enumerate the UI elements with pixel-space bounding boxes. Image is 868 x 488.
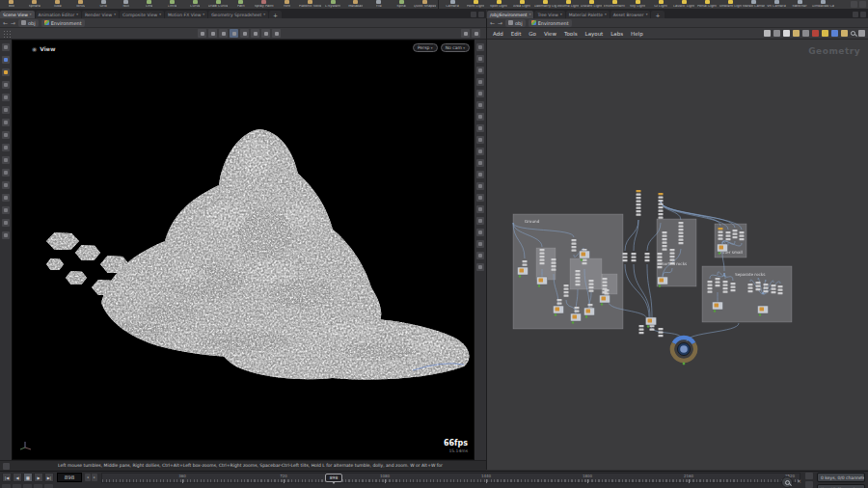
parameter-badge[interactable] [719, 238, 723, 240]
parameter-badge[interactable] [679, 222, 684, 224]
shelf-tool-spray-paint[interactable]: Spray Paint [253, 0, 276, 9]
parameter-badge[interactable] [572, 246, 577, 248]
parameter-badge[interactable] [575, 311, 580, 312]
parameter-badge[interactable] [663, 249, 667, 251]
display-toggle-icon[interactable] [476, 194, 484, 202]
shelf-arrow-icon[interactable] [859, 1, 866, 8]
parameter-badge[interactable] [719, 231, 723, 233]
snap-icon[interactable] [219, 29, 228, 38]
shelf-tool-draw-curve[interactable]: Draw Curve [206, 0, 230, 9]
parameter-badge[interactable] [723, 281, 728, 283]
parameter-badge[interactable] [708, 285, 713, 286]
parameter-badge[interactable] [645, 253, 650, 255]
back-arrow-icon[interactable]: ← [490, 19, 495, 27]
parameter-badge[interactable] [726, 235, 731, 237]
projection-menu[interactable]: Persp ▾ [413, 43, 438, 52]
go-end-button[interactable]: ▶| [44, 473, 54, 482]
breadcrumb-context[interactable]: obj [18, 19, 39, 27]
menu-view[interactable]: View [544, 31, 556, 37]
shelf-tool-geometry-light[interactable]: Geometry Light [533, 0, 556, 9]
pane-divider[interactable] [486, 18, 487, 470]
network-box-ground[interactable]: Ground [513, 214, 623, 329]
parameter-badge[interactable] [670, 259, 675, 261]
parameter-badge[interactable] [659, 328, 664, 330]
shelf-tool-sphere[interactable]: Sphere [23, 0, 46, 9]
display-toggle-icon[interactable] [476, 229, 484, 236]
parameter-badge[interactable] [576, 270, 581, 272]
parameter-badge[interactable] [557, 299, 562, 301]
parameter-badge[interactable] [748, 284, 753, 285]
mask-tool-icon[interactable] [2, 194, 10, 202]
parameter-badge[interactable] [572, 243, 577, 245]
playbar-extra-button[interactable] [34, 484, 42, 488]
parameter-badge[interactable] [723, 287, 728, 289]
chevron-down-icon[interactable]: ▾ [203, 13, 204, 16]
frame-step-forward-button[interactable]: ▸ [92, 474, 97, 481]
parameter-badge[interactable] [637, 201, 641, 203]
shelf-tool-metaball[interactable]: Metaball [344, 0, 367, 9]
display-toggle-icon[interactable] [476, 148, 484, 155]
display-toggle-icon[interactable] [476, 43, 484, 51]
parameter-badge[interactable] [756, 288, 761, 290]
parameter-badge[interactable] [719, 228, 723, 230]
parameter-badge[interactable] [659, 197, 664, 199]
shelf-tool-area-light[interactable]: Area Light [510, 0, 533, 9]
parameter-badge[interactable] [603, 285, 608, 286]
parameter-badge[interactable] [637, 190, 641, 192]
parameter-badge[interactable] [552, 269, 556, 271]
parameter-badge[interactable] [740, 231, 745, 233]
parameter-badge[interactable] [679, 239, 684, 241]
pane-tab-tree-view[interactable]: Tree View▾ [534, 11, 564, 18]
camera-lock-icon[interactable] [472, 29, 480, 38]
menu-tools[interactable]: Tools [564, 31, 578, 37]
chevron-down-icon[interactable]: ▾ [114, 13, 116, 16]
palette-icon[interactable] [793, 30, 800, 37]
parameter-badge[interactable] [723, 291, 728, 293]
parameter-badge[interactable] [637, 203, 641, 205]
parameter-badge[interactable] [778, 285, 783, 287]
display-toggle-icon[interactable] [476, 136, 484, 144]
shelf-tool-file[interactable]: File [367, 0, 391, 9]
play-reverse-button[interactable]: ◀ [13, 473, 22, 482]
parameter-badge[interactable] [670, 256, 675, 258]
keys-summary-dropdown[interactable]: 0 keys, 0/0 channels▾ [817, 473, 865, 482]
display-options-icon[interactable] [272, 29, 281, 38]
shelf-tool-gimballed-camera[interactable]: Gimballed Camera [811, 0, 834, 9]
playbar-zoom-button[interactable] [781, 476, 793, 488]
shelf-tool-environment-light[interactable]: Environment Light [603, 0, 626, 9]
pane-tab-obj-environment[interactable]: /obj/Environment▾ [487, 11, 533, 18]
select-tool-icon[interactable] [2, 43, 10, 51]
parameter-badge[interactable] [659, 193, 664, 195]
parameter-badge[interactable] [679, 242, 684, 244]
parameter-badge[interactable] [658, 263, 663, 265]
scene-viewport[interactable]: ◉ View Persp ▾ No cam ▾ 66fps 15.14ms [12, 40, 475, 460]
parameter-badge[interactable] [658, 266, 663, 268]
parameter-badge[interactable] [716, 285, 720, 286]
menu-edit[interactable]: Edit [511, 31, 522, 37]
breadcrumb-context[interactable]: obj [505, 19, 526, 27]
display-toggle-icon[interactable] [476, 252, 484, 259]
shelf-tool-line[interactable]: Line [138, 0, 161, 9]
parameter-badge[interactable] [708, 287, 713, 289]
shelf-tool-circle[interactable]: Circle [161, 0, 184, 9]
parameter-badge[interactable] [679, 226, 684, 228]
parameter-badge[interactable] [663, 245, 667, 247]
parameter-badge[interactable] [589, 280, 594, 282]
parameter-badge[interactable] [733, 233, 738, 235]
frame-step-back-button[interactable]: ◂ [85, 474, 91, 481]
parameter-badge[interactable] [659, 217, 664, 219]
parameter-badge[interactable] [659, 213, 664, 215]
parameter-badge[interactable] [623, 259, 628, 261]
paint-tool-icon[interactable] [2, 144, 10, 151]
pin-icon[interactable] [773, 30, 780, 37]
parameter-badge[interactable] [639, 332, 644, 334]
shelf-tool-ambient-light[interactable]: Ambient Light [719, 0, 742, 9]
shelf-tool-spiral[interactable]: Spiral [391, 0, 414, 9]
shade-mode-icon[interactable] [261, 29, 270, 38]
parameter-badge[interactable] [564, 288, 569, 290]
current-frame-field[interactable]: 898 [57, 473, 82, 482]
parameter-badge[interactable] [637, 197, 641, 199]
rotate-tool-icon[interactable] [2, 68, 10, 76]
parameter-badge[interactable] [658, 257, 663, 258]
parameter-badge[interactable] [603, 282, 608, 284]
